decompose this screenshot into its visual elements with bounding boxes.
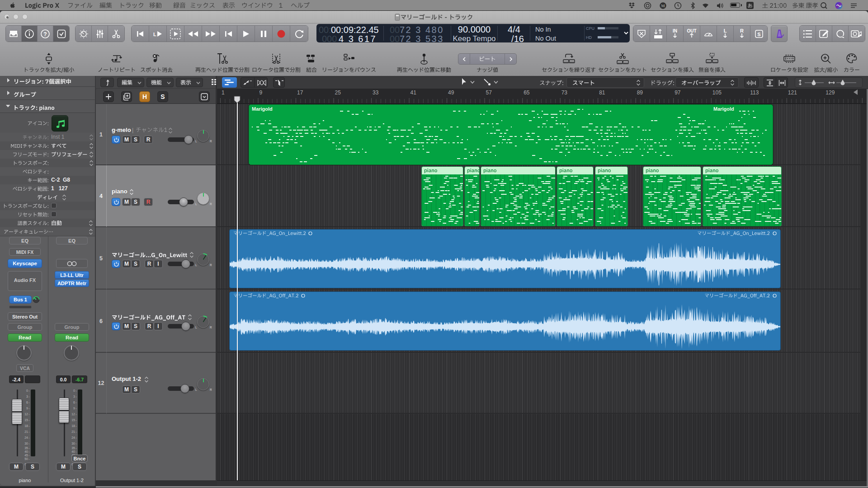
svg-text:L: L — [153, 32, 156, 37]
svg-text:M: M — [661, 4, 665, 8]
svg-text:OUT: OUT — [687, 28, 696, 33]
svg-text:R: R — [740, 28, 744, 33]
svg-text:S: S — [757, 31, 760, 37]
svg-text:IN: IN — [673, 28, 677, 33]
svg-text:L: L — [724, 28, 727, 33]
svg-text:?: ? — [43, 31, 47, 37]
